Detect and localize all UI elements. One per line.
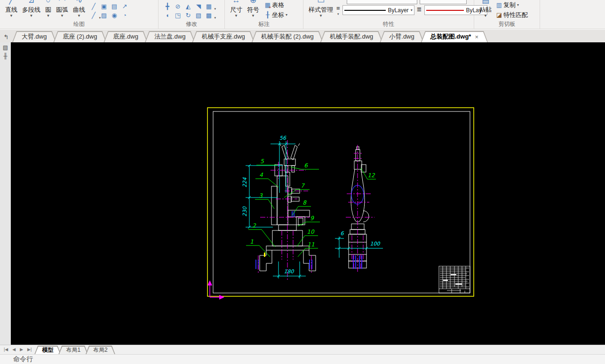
line-label: 直线 (5, 6, 17, 14)
chevron-down-icon: ▼ (30, 14, 33, 18)
file-tab-label: 机械手装配 (2).dwg (261, 32, 314, 41)
wipeout-button[interactable]: ◔ (120, 12, 129, 19)
command-line[interactable]: 命令行 (0, 354, 605, 364)
callout-12: 12 (367, 172, 375, 179)
dim-text-6: 6 (341, 230, 344, 237)
callout-9: 9 (310, 215, 314, 222)
linetype-select[interactable]: ByLayer ▾ (342, 5, 414, 15)
rotate-button[interactable]: ↻ (184, 12, 192, 19)
dock-toolbar-icon[interactable]: ↰ (0, 31, 12, 42)
paste-label: 粘贴 (479, 6, 492, 14)
grid-palette-icon[interactable]: ╫ (3, 53, 8, 59)
match-properties-icon: ◪ (495, 11, 503, 18)
tab-model[interactable]: 模型 (34, 346, 61, 354)
ribbon-group-draw: ╱ 直线 ▼ ⊿ 多段线 ▼ ○ 圆 ▼ ◠ 圆弧 ▼ (0, 0, 159, 29)
left-palette-strip: ▧ ╫ (0, 42, 11, 345)
tab-layout1[interactable]: 布局1 (58, 346, 88, 354)
ribbon: ╱ 直线 ▼ ⊿ 多段线 ▼ ○ 圆 ▼ ◠ 圆弧 ▼ (0, 0, 605, 29)
region-button[interactable]: ▣ (100, 3, 108, 10)
match-properties-button[interactable]: ◪ 特性匹配 (495, 11, 528, 19)
last-tab-icon[interactable]: ▶| (27, 347, 32, 352)
copy-button[interactable]: ▥ 复制 ▾ (495, 1, 528, 9)
arc-button[interactable]: ◠ 圆弧 ▼ (54, 0, 71, 18)
file-tab[interactable]: 小臂.dwg (380, 31, 423, 42)
coordinate-button[interactable]: ╂ 坐标 ▾ (263, 11, 287, 19)
close-icon[interactable]: × (475, 33, 478, 40)
chevron-down-icon: ▾ (337, 11, 339, 17)
callout-4: 4 (259, 172, 263, 178)
callout-1: 1 (250, 238, 254, 245)
palette-icon[interactable]: ▧ (3, 44, 8, 51)
erase-button[interactable]: ⊘ (174, 3, 182, 10)
lineweight-button[interactable]: ≡▾ (336, 6, 340, 17)
symbol-label: 符号 (247, 6, 259, 14)
style-manager-icon: ▭ (317, 0, 325, 5)
dimension-button[interactable]: ↔ 尺寸 ▼ (228, 0, 245, 18)
circle-icon: ○ (46, 0, 50, 5)
group-button[interactable]: ◉ (110, 12, 119, 19)
chevron-down-icon: ▼ (251, 14, 255, 18)
curve-button[interactable]: ∿ 曲线 ▼ (71, 0, 88, 18)
linetype-manager-icon[interactable]: ≣ (417, 7, 422, 12)
construction-line-button[interactable]: ╱ (89, 3, 98, 10)
snap-mark (264, 253, 265, 257)
chevron-down-icon: ▼ (60, 14, 64, 18)
chevron-down-icon: ▾ (286, 13, 287, 17)
ribbon-group-annotate: ↔ 尺寸 ▼ ⊕ 符号 ▼ ▦＋ 表格 ╂ 坐标 (225, 0, 303, 29)
callout-3: 3 (259, 192, 263, 199)
title-block (439, 266, 470, 293)
file-tab-active[interactable]: 总装配图.dwg* × (421, 31, 488, 42)
tab-layout2[interactable]: 布局2 (86, 346, 115, 354)
copy-label: 复制 (503, 1, 516, 9)
block-button[interactable]: ▤ (110, 3, 119, 10)
callout-6: 6 (304, 162, 308, 169)
callout-7: 7 (301, 182, 305, 189)
file-tab-bar: ↰ 大臂.dwg 底座 (2).dwg 底座.dwg 法兰盘.dwg 机械手支座… (0, 30, 605, 42)
trim-button[interactable]: ◳ (174, 12, 182, 19)
file-tab[interactable]: 底座.dwg (103, 31, 147, 42)
explode-button[interactable]: ▩▾ (205, 12, 213, 19)
linetype-value: ByLayer (388, 7, 409, 14)
mirror-button[interactable]: ◭ (184, 3, 192, 10)
dim-text-224: 224 (242, 177, 248, 188)
polyline-button[interactable]: ⊿ 多段线 ▼ (20, 0, 43, 18)
polyline-label: 多段线 (22, 6, 40, 14)
file-tab[interactable]: 底座 (2).dwg (53, 31, 106, 42)
line-button[interactable]: ╱ 直线 ▼ (3, 0, 20, 18)
first-tab-icon[interactable]: |◀ (4, 347, 8, 352)
dimension-icon: ↔ (232, 0, 240, 5)
tab-layout2-label: 布局2 (93, 346, 108, 354)
move-button[interactable]: ╋ (163, 3, 172, 10)
table-button[interactable]: ▦＋ 表格 (263, 1, 287, 9)
chevron-down-icon: ▼ (319, 14, 323, 18)
xline-button[interactable]: ╱▾ (89, 12, 98, 19)
callout-2: 2 (252, 222, 256, 229)
circle-button[interactable]: ○ 圆 ▼ (43, 0, 54, 18)
file-tab[interactable]: 法兰盘.dwg (145, 31, 195, 42)
draw-group-label: 绘图 (0, 20, 158, 28)
ray-button[interactable]: ↗ (120, 3, 129, 10)
offset-button[interactable]: ◖ (163, 12, 172, 19)
symbol-button[interactable]: ⊕ 符号 ▼ (245, 0, 262, 18)
chevron-down-icon: ▾ (517, 3, 519, 7)
copy-icon: ▥ (495, 1, 503, 8)
next-tab-icon[interactable]: ▶ (20, 347, 23, 352)
chevron-down-icon: ▼ (77, 14, 81, 18)
hatch-button[interactable]: ▨ (100, 12, 108, 19)
file-tab[interactable]: 机械手装配 (2).dwg (252, 31, 323, 42)
arc-icon: ◠ (59, 0, 66, 5)
prev-tab-icon[interactable]: ◀ (12, 347, 16, 352)
cad-application-window: ╱ 直线 ▼ ⊿ 多段线 ▼ ○ 圆 ▼ ◠ 圆弧 ▼ (0, 0, 605, 364)
style-manager-button[interactable]: ▭ 样式管理 ▼ (306, 0, 335, 18)
file-tab[interactable]: 机械手支座.dwg (192, 31, 254, 42)
fillet-button[interactable]: ◥ (194, 3, 203, 10)
modify-icons: ╋ ◖ ⊘ ◳ ◭ ↻ ◥ ▧ ▦▾ ▩▾ (163, 3, 213, 19)
dim-text-230: 230 (242, 206, 248, 217)
paste-button[interactable]: ▤ 粘贴 ▼ (477, 0, 494, 18)
model-space-canvas[interactable]: 56 224 230 180 6 100 1 (0, 42, 605, 345)
curve-icon: ∿ (76, 0, 82, 5)
array-button[interactable]: ▦▾ (205, 3, 213, 10)
file-tab[interactable]: 机械手装配.dwg (320, 31, 382, 42)
3d-rotate-button[interactable]: ▧ (194, 12, 203, 19)
file-tab[interactable]: 大臂.dwg (12, 31, 56, 42)
